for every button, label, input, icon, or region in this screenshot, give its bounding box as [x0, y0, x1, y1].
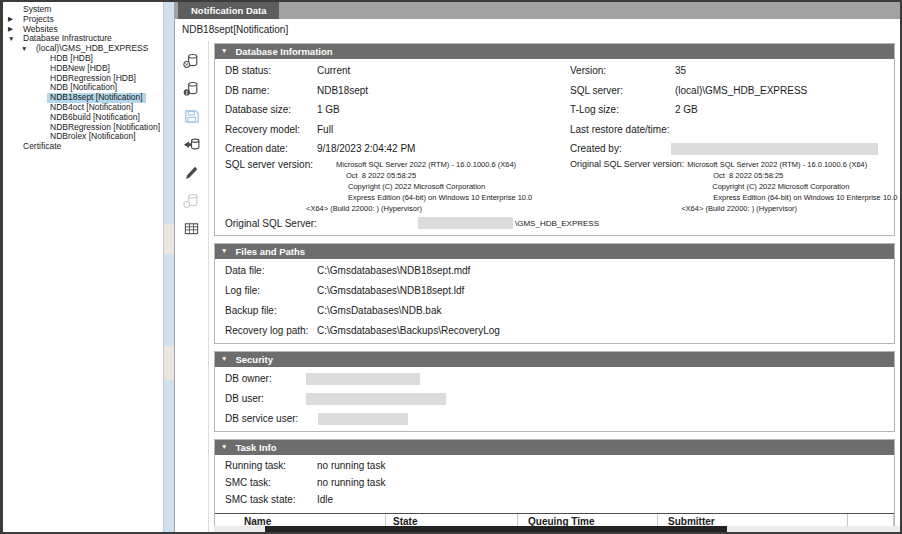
redacted-value [318, 413, 408, 425]
field-label: SQL server version: [215, 159, 317, 170]
field-row: T-Log size:2 GB [570, 100, 894, 120]
section-body: DB status:CurrentDB name:NDB18septDataba… [215, 59, 894, 235]
field-value: Current [317, 65, 350, 76]
tree-scrollbar[interactable] [163, 2, 175, 532]
version-line: Express Edition (64-bit) on Windows 10 E… [348, 192, 532, 203]
field-value: 35 [675, 65, 686, 76]
field-label: SQL server: [570, 85, 675, 96]
field-label: SMC task: [215, 477, 317, 488]
restore-database-icon[interactable] [183, 136, 200, 153]
horizontal-scrollbar[interactable] [214, 526, 900, 532]
field-row: SMC task state:Idle [215, 491, 894, 508]
version-line: Oct 8 2022 05:58:25 [346, 170, 532, 181]
scrollbar-mark [164, 346, 174, 380]
field-row: DB name:NDB18sept [215, 81, 570, 101]
database-info-icon[interactable] [183, 80, 200, 97]
collapse-arrow-icon: ▼ [221, 444, 227, 451]
original-sql-server-suffix: \GMS_HDB_EXPRESS [515, 219, 599, 228]
detach-database-icon[interactable] [183, 52, 200, 69]
version-line: Express Edition (64-bit) on Windows 10 E… [713, 192, 894, 203]
field-label: Created by: [570, 143, 675, 154]
field-row: Recovery log path:C:\Gmsdatabases\Backup… [215, 321, 894, 341]
field-value: Full [317, 124, 333, 135]
field-value: C:\Gmsdatabases\Backups\RecoveryLog [317, 325, 500, 336]
field-value: (local)\GMS_HDB_EXPRESS [675, 85, 807, 96]
field-row: Backup file:C:\GmsDatabases\NDB.bak [215, 301, 894, 321]
tree-item-label: Certificate [20, 142, 64, 152]
field-row: Log file:C:\Gmsdatabases\NDB18sept.ldf [215, 281, 894, 301]
collapse-arrow-icon: ▼ [221, 248, 227, 255]
tab-strip: Notification Data [175, 2, 900, 19]
field-row: Recovery model:Full [215, 120, 570, 140]
field-row: SQL server:(local)\GMS_HDB_EXPRESS [570, 81, 894, 101]
field-label: Original SQL Server version: [570, 159, 684, 169]
field-row: DB user: [215, 389, 894, 409]
field-label: DB status: [215, 65, 317, 76]
field-row: DB status:Current [215, 61, 570, 81]
sql-server-version-value: Microsoft SQL Server 2022 (RTM) - 16.0.1… [336, 159, 532, 214]
version-line: Copyright (C) 2022 Microsoft Corporation [348, 181, 532, 192]
original-sql-server-version-row: Original SQL Server version: Microsoft S… [570, 159, 894, 214]
vertical-toolbar [175, 41, 209, 532]
redacted-value [418, 217, 513, 229]
chevron-expanded-icon[interactable]: ▼ [8, 36, 20, 43]
field-label: Recovery model: [215, 124, 317, 135]
table-grid-icon[interactable] [183, 220, 200, 237]
field-value: 2 GB [675, 104, 698, 115]
field-label: T-Log size: [570, 104, 675, 115]
field-value: 1 GB [317, 104, 340, 115]
version-line: <X64> (Build 22000: ) (Hypervisor) [306, 203, 532, 214]
field-label: Recovery log path: [215, 325, 317, 336]
original-sql-server-row: Original SQL Server: \GMS_HDB_EXPRESS [215, 214, 894, 233]
section-header-task-info[interactable]: ▼ Task Info [215, 440, 894, 455]
original-sql-server-version-value: Microsoft SQL Server 2022 (RTM) - 16.0.1… [687, 159, 894, 214]
field-label: Creation date: [215, 143, 317, 154]
version-line: Microsoft SQL Server 2022 (RTM) - 16.0.1… [336, 159, 532, 170]
section-title: Security [235, 354, 273, 365]
field-label: Last restore date/time: [570, 124, 675, 135]
dbinfo-right-column: Version:35SQL server:(local)\GMS_HDB_EXP… [570, 61, 894, 159]
field-row: Last restore date/time: [570, 120, 894, 140]
redacted-value [671, 143, 878, 155]
dbinfo-left-column: DB status:CurrentDB name:NDB18septDataba… [215, 61, 570, 159]
chevron-collapsed-icon[interactable]: ▶ [8, 26, 20, 33]
tab-notification-data[interactable]: Notification Data [178, 2, 279, 19]
version-line: Oct 8 2022 05:58:25 [713, 170, 894, 181]
horizontal-scrollbar-thumb[interactable] [265, 526, 727, 532]
field-row: SMC task:no running task [215, 474, 894, 491]
version-line: <X64> (Build 22000: ) (Hypervisor) [681, 203, 894, 214]
field-label: DB name: [215, 85, 317, 96]
field-value: C:\Gmsdatabases\NDB18sept.ldf [317, 285, 464, 296]
field-row: Running task:no running task [215, 457, 894, 474]
section-title: Task Info [235, 442, 276, 453]
database-offline-icon [183, 192, 200, 209]
chevron-collapsed-icon[interactable]: ▶ [8, 16, 20, 23]
field-label: DB user: [215, 393, 317, 404]
version-line: Copyright (C) 2022 Microsoft Corporation [712, 181, 894, 192]
tree-item[interactable]: Certificate [3, 142, 163, 152]
section-header-files-and-paths[interactable]: ▼ Files and Paths [215, 244, 894, 259]
field-label: DB service user: [215, 413, 317, 424]
redacted-value [306, 393, 446, 405]
field-label: Version: [570, 65, 675, 76]
field-value: no running task [317, 477, 385, 488]
collapse-arrow-icon: ▼ [221, 48, 227, 55]
field-row: Creation date:9/18/2023 2:04:42 PM [215, 139, 570, 159]
field-label: Log file: [215, 285, 317, 296]
field-label: Original SQL Server: [215, 218, 317, 229]
field-value: C:\GmsDatabases\NDB.bak [317, 305, 442, 316]
field-label: Database size: [215, 104, 317, 115]
section-header-security[interactable]: ▼ Security [215, 352, 894, 367]
files-rows: Data file:C:\Gmsdatabases\NDB18sept.mdfL… [215, 259, 894, 343]
scrollbar-mark [164, 224, 174, 254]
edit-pen-icon[interactable] [183, 164, 200, 181]
field-value: NDB18sept [317, 85, 368, 96]
redacted-value [306, 373, 420, 385]
security-rows: DB owner:DB user:DB service user: [215, 367, 894, 431]
chevron-expanded-icon[interactable]: ▼ [21, 46, 33, 53]
section-files-and-paths: ▼ Files and Paths Data file:C:\Gmsdataba… [214, 243, 895, 344]
collapse-arrow-icon: ▼ [221, 356, 227, 363]
section-header-database-information[interactable]: ▼ Database Information [215, 44, 894, 59]
field-row: Database size:1 GB [215, 100, 570, 120]
field-row: DB service user: [215, 409, 894, 429]
